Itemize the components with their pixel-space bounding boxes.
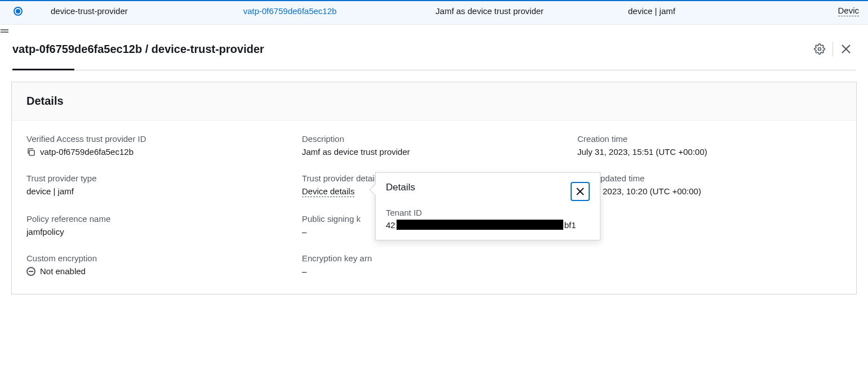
copy-icon[interactable]: [26, 148, 35, 157]
detail-header: vatp-0f6759de6fa5ec12b / device-trust-pr…: [0, 35, 868, 69]
row-id-link[interactable]: vatp-0f6759de6fa5ec12b: [243, 6, 436, 16]
row-type: device | jamf: [628, 6, 763, 16]
svg-rect-5: [29, 150, 34, 155]
close-panel-button[interactable]: [836, 39, 856, 59]
tab-strip: [12, 69, 856, 70]
redacted-block: [397, 220, 563, 230]
close-icon: [841, 44, 851, 54]
field-label: Creation time: [577, 134, 842, 144]
popover-close-button[interactable]: [571, 182, 590, 201]
field-description: Description Jamf as device trust provide…: [302, 134, 566, 157]
field-empty: [577, 253, 842, 276]
field-type: Trust provider type device | jamf: [26, 173, 291, 197]
field-updated-time: Last updated time ıst 08, 2023, 10:20 (U…: [577, 173, 842, 197]
field-value: device | jamf: [26, 186, 74, 196]
field-value: jamfpolicy: [26, 227, 64, 237]
tenant-suffix: bf1: [564, 220, 576, 230]
details-popover: Details Tenant ID 42 bf1: [375, 172, 600, 240]
field-label: Policy reference name: [26, 214, 291, 224]
card-header: Details: [12, 82, 856, 121]
popover-field-label: Tenant ID: [386, 208, 590, 217]
field-trust-details: Trust provider details Device details De…: [302, 173, 566, 197]
tenant-prefix: 42: [386, 220, 395, 230]
field-empty: [577, 214, 842, 237]
field-value: –: [302, 266, 306, 276]
svg-point-2: [818, 48, 821, 51]
page-title: vatp-0f6759de6fa5ec12b / device-trust-pr…: [12, 43, 810, 56]
field-label: Trust provider type: [26, 173, 291, 183]
close-icon: [576, 188, 584, 195]
field-policy-ref: Policy reference name jamfpolicy: [26, 214, 291, 237]
field-label: Custom encryption: [26, 253, 291, 263]
divider: [833, 42, 833, 56]
field-custom-encryption: Custom encryption Not enabled: [26, 253, 291, 276]
field-value: Not enabled: [40, 266, 86, 276]
field-encryption-key-arn: Encryption key arn –: [302, 253, 566, 276]
popover-title: Details: [386, 182, 415, 193]
settings-button[interactable]: [810, 39, 829, 59]
field-label: Description: [302, 134, 566, 144]
row-trailing: Devic: [763, 6, 859, 16]
details-card: Details Verified Access trust provider I…: [11, 82, 857, 295]
field-value: Jamf as device trust provider: [302, 147, 410, 157]
split-panel-handle[interactable]: [0, 25, 868, 35]
field-label: Verified Access trust provider ID: [26, 134, 291, 144]
field-value: July 31, 2023, 15:51 (UTC +00:00): [577, 147, 707, 157]
field-id: Verified Access trust provider ID vatp-0…: [26, 134, 291, 157]
tab-details-indicator[interactable]: [12, 69, 74, 70]
row-name: device-trust-provider: [51, 6, 243, 16]
popover-tenant-value: 42 bf1: [386, 220, 590, 230]
not-enabled-icon: [26, 267, 35, 276]
device-details-link[interactable]: Device details: [302, 186, 354, 197]
field-label: Last updated time: [577, 173, 842, 183]
field-label: Encryption key arn: [302, 253, 566, 263]
table-row[interactable]: device-trust-provider vatp-0f6759de6fa5e…: [0, 0, 868, 25]
field-value: vatp-0f6759de6fa5ec12b: [40, 147, 133, 157]
gear-icon: [814, 43, 825, 55]
radio-selected[interactable]: [14, 7, 23, 16]
row-description: Jamf as device trust provider: [435, 6, 628, 16]
card-title: Details: [26, 95, 842, 108]
field-value: –: [302, 227, 306, 237]
field-creation-time: Creation time July 31, 2023, 15:51 (UTC …: [577, 134, 842, 157]
